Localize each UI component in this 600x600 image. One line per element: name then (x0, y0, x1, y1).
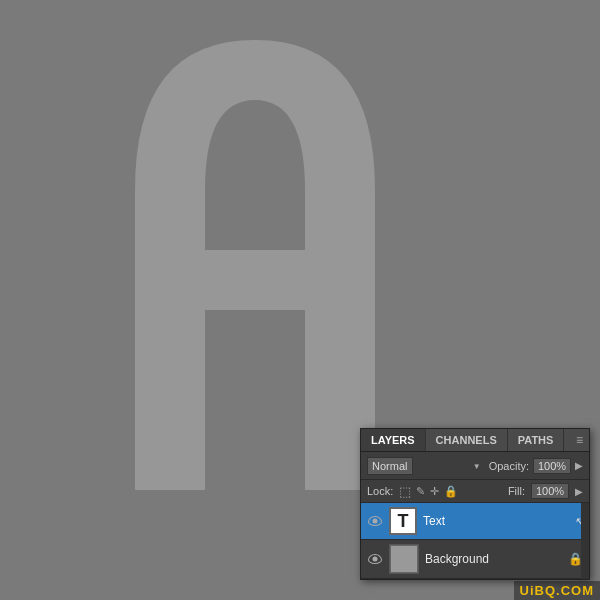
tab-paths[interactable]: PATHS (508, 429, 565, 451)
lock-position-icon[interactable]: ✛ (430, 485, 439, 498)
lock-transparent-icon[interactable]: ⬚ (399, 484, 411, 499)
tab-layers[interactable]: LAYERS (361, 429, 426, 451)
layer-visibility-background[interactable] (367, 551, 383, 567)
layers-scrollbar[interactable] (581, 503, 589, 579)
lock-label: Lock: (367, 485, 393, 497)
layer-thumbnail-background (389, 544, 419, 574)
layers-panel: LAYERS CHANNELS PATHS ≡ Normal Opacity: … (360, 428, 590, 580)
tab-channels[interactable]: CHANNELS (426, 429, 508, 451)
watermark: UiBQ.COM (514, 581, 600, 600)
blend-mode-select[interactable]: Normal (367, 457, 413, 475)
layer-name-background: Background (425, 552, 562, 566)
fill-arrow-icon[interactable]: ▶ (575, 486, 583, 497)
blend-mode-wrapper: Normal (367, 456, 485, 475)
canvas-area: LAYERS CHANNELS PATHS ≡ Normal Opacity: … (0, 0, 600, 600)
lock-fill-row: Lock: ⬚ ✎ ✛ 🔒 Fill: 100% ▶ (361, 480, 589, 503)
lock-icons-group: ⬚ ✎ ✛ 🔒 (399, 484, 458, 499)
layer-row-text[interactable]: T Text ↖ (361, 503, 589, 540)
layer-name-text: Text (423, 514, 568, 528)
layer-visibility-text[interactable] (367, 513, 383, 529)
eye-icon-background (368, 554, 382, 564)
fill-value[interactable]: 100% (531, 483, 569, 499)
layers-list: T Text ↖ Background 🔒 (361, 503, 589, 579)
blend-opacity-row: Normal Opacity: 100% ▶ (361, 452, 589, 480)
layers-list-wrapper: T Text ↖ Background 🔒 (361, 503, 589, 579)
opacity-label: Opacity: (489, 460, 529, 472)
panel-tabs: LAYERS CHANNELS PATHS ≡ (361, 429, 589, 452)
opacity-arrow-icon[interactable]: ▶ (575, 460, 583, 471)
layer-thumbnail-text: T (389, 507, 417, 535)
layer-thumb-bg-image (390, 545, 418, 573)
lock-image-icon[interactable]: ✎ (416, 485, 425, 498)
lock-all-icon[interactable]: 🔒 (444, 485, 458, 498)
eye-icon-text (368, 516, 382, 526)
opacity-value[interactable]: 100% (533, 458, 571, 474)
layer-row-background[interactable]: Background 🔒 (361, 540, 589, 579)
fill-label: Fill: (508, 485, 525, 497)
panel-options-button[interactable]: ≡ (570, 429, 589, 451)
